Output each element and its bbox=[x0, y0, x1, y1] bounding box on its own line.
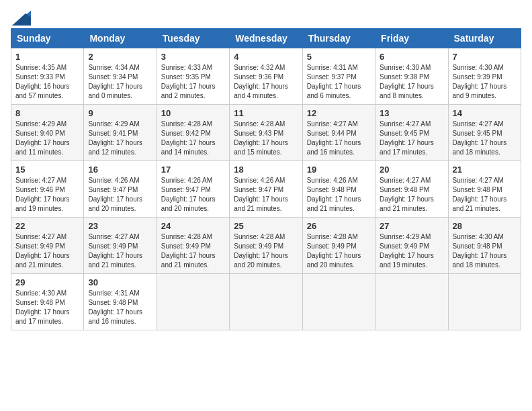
calendar-week-row: 1Sunrise: 4:35 AMSunset: 9:33 PMDaylight… bbox=[11, 48, 521, 105]
calendar-cell bbox=[157, 274, 229, 330]
day-number: 7 bbox=[453, 52, 517, 62]
day-number: 22 bbox=[15, 221, 79, 231]
day-number: 27 bbox=[380, 221, 443, 231]
day-info: Sunrise: 4:29 AMSunset: 9:40 PMDaylight:… bbox=[15, 120, 79, 157]
calendar-cell: 3Sunrise: 4:33 AMSunset: 9:35 PMDaylight… bbox=[157, 48, 229, 105]
day-info: Sunrise: 4:29 AMSunset: 9:41 PMDaylight:… bbox=[88, 120, 152, 157]
calendar-header-row: SundayMondayTuesdayWednesdayThursdayFrid… bbox=[11, 29, 521, 48]
day-info: Sunrise: 4:30 AMSunset: 9:48 PMDaylight:… bbox=[15, 289, 79, 326]
calendar-cell: 27Sunrise: 4:29 AMSunset: 9:49 PMDayligh… bbox=[375, 218, 448, 274]
calendar-header-sunday: Sunday bbox=[11, 29, 84, 48]
logo-icon bbox=[12, 11, 31, 26]
day-number: 23 bbox=[88, 221, 152, 231]
calendar-week-row: 29Sunrise: 4:30 AMSunset: 9:48 PMDayligh… bbox=[11, 274, 521, 330]
day-info: Sunrise: 4:26 AMSunset: 9:48 PMDaylight:… bbox=[307, 176, 371, 214]
calendar-cell: 6Sunrise: 4:30 AMSunset: 9:38 PMDaylight… bbox=[375, 48, 448, 105]
day-info: Sunrise: 4:27 AMSunset: 9:49 PMDaylight:… bbox=[15, 232, 79, 270]
day-number: 16 bbox=[88, 165, 152, 175]
calendar-cell: 5Sunrise: 4:31 AMSunset: 9:37 PMDaylight… bbox=[302, 48, 375, 105]
calendar-cell: 2Sunrise: 4:34 AMSunset: 9:34 PMDaylight… bbox=[84, 48, 157, 105]
day-info: Sunrise: 4:27 AMSunset: 9:48 PMDaylight:… bbox=[453, 176, 517, 214]
day-number: 19 bbox=[307, 165, 371, 175]
day-number: 9 bbox=[88, 108, 152, 118]
calendar-cell: 15Sunrise: 4:27 AMSunset: 9:46 PMDayligh… bbox=[11, 161, 84, 218]
day-number: 12 bbox=[307, 108, 371, 118]
calendar-header-monday: Monday bbox=[84, 29, 157, 48]
day-number: 8 bbox=[15, 108, 79, 118]
day-number: 21 bbox=[453, 165, 517, 175]
calendar-cell: 19Sunrise: 4:26 AMSunset: 9:48 PMDayligh… bbox=[302, 161, 375, 218]
day-info: Sunrise: 4:28 AMSunset: 9:49 PMDaylight:… bbox=[307, 232, 371, 270]
logo bbox=[11, 11, 31, 23]
day-info: Sunrise: 4:31 AMSunset: 9:48 PMDaylight:… bbox=[88, 289, 152, 326]
calendar-cell: 17Sunrise: 4:26 AMSunset: 9:47 PMDayligh… bbox=[157, 161, 229, 218]
calendar-cell bbox=[375, 274, 448, 330]
calendar-cell: 12Sunrise: 4:27 AMSunset: 9:44 PMDayligh… bbox=[302, 105, 375, 161]
day-info: Sunrise: 4:27 AMSunset: 9:49 PMDaylight:… bbox=[88, 232, 152, 270]
calendar-week-row: 15Sunrise: 4:27 AMSunset: 9:46 PMDayligh… bbox=[11, 161, 521, 218]
day-info: Sunrise: 4:27 AMSunset: 9:46 PMDaylight:… bbox=[15, 176, 79, 214]
calendar-header-wednesday: Wednesday bbox=[230, 29, 302, 48]
calendar-cell: 20Sunrise: 4:27 AMSunset: 9:48 PMDayligh… bbox=[375, 161, 448, 218]
calendar-cell bbox=[230, 274, 302, 330]
day-number: 20 bbox=[380, 165, 443, 175]
day-number: 25 bbox=[234, 221, 298, 231]
calendar-cell: 16Sunrise: 4:26 AMSunset: 9:47 PMDayligh… bbox=[84, 161, 157, 218]
day-info: Sunrise: 4:27 AMSunset: 9:45 PMDaylight:… bbox=[453, 120, 517, 157]
day-number: 26 bbox=[307, 221, 371, 231]
calendar-header-friday: Friday bbox=[375, 29, 448, 48]
calendar-cell: 26Sunrise: 4:28 AMSunset: 9:49 PMDayligh… bbox=[302, 218, 375, 274]
day-info: Sunrise: 4:28 AMSunset: 9:49 PMDaylight:… bbox=[161, 232, 225, 270]
day-number: 13 bbox=[380, 108, 443, 118]
day-number: 2 bbox=[88, 52, 152, 62]
day-number: 18 bbox=[234, 165, 298, 175]
calendar-week-row: 8Sunrise: 4:29 AMSunset: 9:40 PMDaylight… bbox=[11, 105, 521, 161]
calendar-header-saturday: Saturday bbox=[448, 29, 521, 48]
day-info: Sunrise: 4:29 AMSunset: 9:49 PMDaylight:… bbox=[380, 232, 443, 270]
day-number: 5 bbox=[307, 52, 371, 62]
calendar-cell: 1Sunrise: 4:35 AMSunset: 9:33 PMDaylight… bbox=[11, 48, 84, 105]
calendar-cell: 21Sunrise: 4:27 AMSunset: 9:48 PMDayligh… bbox=[448, 161, 521, 218]
calendar-cell: 14Sunrise: 4:27 AMSunset: 9:45 PMDayligh… bbox=[448, 105, 521, 161]
day-number: 4 bbox=[234, 52, 298, 62]
day-info: Sunrise: 4:27 AMSunset: 9:44 PMDaylight:… bbox=[307, 120, 371, 157]
calendar-cell: 4Sunrise: 4:32 AMSunset: 9:36 PMDaylight… bbox=[230, 48, 302, 105]
day-info: Sunrise: 4:33 AMSunset: 9:35 PMDaylight:… bbox=[161, 63, 225, 101]
calendar: SundayMondayTuesdayWednesdayThursdayFrid… bbox=[11, 28, 521, 330]
day-info: Sunrise: 4:32 AMSunset: 9:36 PMDaylight:… bbox=[234, 63, 298, 101]
day-number: 29 bbox=[15, 277, 79, 287]
calendar-week-row: 22Sunrise: 4:27 AMSunset: 9:49 PMDayligh… bbox=[11, 218, 521, 274]
calendar-cell: 9Sunrise: 4:29 AMSunset: 9:41 PMDaylight… bbox=[84, 105, 157, 161]
calendar-cell: 18Sunrise: 4:26 AMSunset: 9:47 PMDayligh… bbox=[230, 161, 302, 218]
day-info: Sunrise: 4:30 AMSunset: 9:48 PMDaylight:… bbox=[453, 232, 517, 270]
calendar-cell: 30Sunrise: 4:31 AMSunset: 9:48 PMDayligh… bbox=[84, 274, 157, 330]
calendar-cell bbox=[302, 274, 375, 330]
calendar-cell: 8Sunrise: 4:29 AMSunset: 9:40 PMDaylight… bbox=[11, 105, 84, 161]
day-info: Sunrise: 4:26 AMSunset: 9:47 PMDaylight:… bbox=[161, 176, 225, 214]
day-info: Sunrise: 4:31 AMSunset: 9:37 PMDaylight:… bbox=[307, 63, 371, 101]
calendar-cell: 10Sunrise: 4:28 AMSunset: 9:42 PMDayligh… bbox=[157, 105, 229, 161]
calendar-cell: 7Sunrise: 4:30 AMSunset: 9:39 PMDaylight… bbox=[448, 48, 521, 105]
day-number: 11 bbox=[234, 108, 298, 118]
day-info: Sunrise: 4:30 AMSunset: 9:39 PMDaylight:… bbox=[453, 63, 517, 101]
day-info: Sunrise: 4:26 AMSunset: 9:47 PMDaylight:… bbox=[88, 176, 152, 214]
day-info: Sunrise: 4:27 AMSunset: 9:48 PMDaylight:… bbox=[380, 176, 443, 214]
day-info: Sunrise: 4:34 AMSunset: 9:34 PMDaylight:… bbox=[88, 63, 152, 101]
day-info: Sunrise: 4:27 AMSunset: 9:45 PMDaylight:… bbox=[380, 120, 443, 157]
day-info: Sunrise: 4:30 AMSunset: 9:38 PMDaylight:… bbox=[380, 63, 443, 101]
day-number: 14 bbox=[453, 108, 517, 118]
calendar-header-thursday: Thursday bbox=[302, 29, 375, 48]
day-number: 10 bbox=[161, 108, 225, 118]
calendar-cell: 24Sunrise: 4:28 AMSunset: 9:49 PMDayligh… bbox=[157, 218, 229, 274]
header bbox=[11, 11, 521, 23]
calendar-cell: 22Sunrise: 4:27 AMSunset: 9:49 PMDayligh… bbox=[11, 218, 84, 274]
day-number: 3 bbox=[161, 52, 225, 62]
calendar-cell: 23Sunrise: 4:27 AMSunset: 9:49 PMDayligh… bbox=[84, 218, 157, 274]
day-number: 28 bbox=[453, 221, 517, 231]
day-info: Sunrise: 4:28 AMSunset: 9:49 PMDaylight:… bbox=[234, 232, 298, 270]
day-number: 1 bbox=[15, 52, 79, 62]
calendar-cell: 11Sunrise: 4:28 AMSunset: 9:43 PMDayligh… bbox=[230, 105, 302, 161]
day-number: 24 bbox=[161, 221, 225, 231]
day-number: 17 bbox=[161, 165, 225, 175]
day-info: Sunrise: 4:26 AMSunset: 9:47 PMDaylight:… bbox=[234, 176, 298, 214]
